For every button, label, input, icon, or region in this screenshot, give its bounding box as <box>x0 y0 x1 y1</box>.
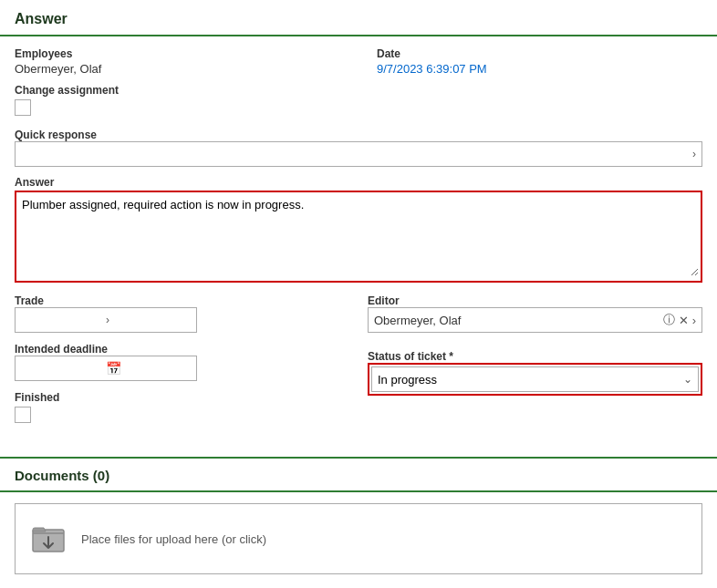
finished-checkbox[interactable] <box>15 407 31 423</box>
quick-response-input-container[interactable]: › <box>15 141 702 167</box>
date-label: Date <box>377 47 702 60</box>
documents-section-header: Documents (0) <box>0 457 717 492</box>
upload-zone[interactable]: Place files for upload here (or click) <box>15 503 702 574</box>
finished-label: Finished <box>15 391 59 404</box>
upload-icon <box>28 519 68 559</box>
date-value: 9/7/2023 6:39:07 PM <box>377 62 702 76</box>
quick-response-label: Quick response <box>15 129 97 141</box>
upload-text: Place files for upload here (or click) <box>81 532 266 546</box>
trade-arrow-icon[interactable]: › <box>106 314 191 326</box>
employees-label: Employees <box>15 47 340 60</box>
editor-clear-icon[interactable]: ✕ <box>679 314 689 327</box>
change-assignment-checkbox[interactable] <box>15 99 31 116</box>
trade-label: Trade <box>15 294 44 307</box>
answer-section-header: Answer <box>0 0 717 36</box>
change-assignment-label: Change assignment <box>15 84 119 97</box>
editor-input-container[interactable]: Obermeyer, Olaf ⓘ ✕ › <box>368 307 702 333</box>
answer-textarea[interactable] <box>18 194 699 276</box>
quick-response-input[interactable] <box>21 148 692 161</box>
intended-deadline-label: Intended deadline <box>15 343 108 356</box>
status-dropdown-arrow-icon: ⌄ <box>683 373 692 386</box>
status-select-container[interactable]: In progress Open Closed Resolved ⌄ <box>371 366 699 392</box>
answer-field-label: Answer <box>15 176 54 189</box>
editor-info-icon[interactable]: ⓘ <box>663 312 675 328</box>
quick-response-arrow-icon[interactable]: › <box>692 148 696 160</box>
employees-value: Obermeyer, Olaf <box>15 62 340 76</box>
status-select[interactable]: In progress Open Closed Resolved <box>378 373 683 387</box>
answer-textarea-wrapper <box>15 191 702 283</box>
editor-arrow-icon[interactable]: › <box>692 314 696 327</box>
deadline-input-container[interactable]: 📅 <box>15 356 197 381</box>
calendar-icon[interactable]: 📅 <box>106 361 191 376</box>
status-wrapper: In progress Open Closed Resolved ⌄ <box>368 363 702 396</box>
status-label: Status of ticket * <box>368 350 453 363</box>
editor-value: Obermeyer, Olaf <box>374 314 660 327</box>
editor-label: Editor <box>368 294 400 307</box>
trade-input-container[interactable]: › <box>15 307 197 333</box>
